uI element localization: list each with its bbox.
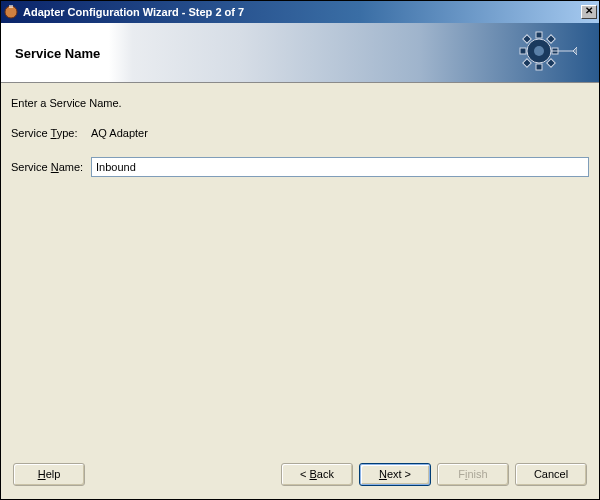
next-button[interactable]: Next > [359, 463, 431, 486]
page-title-box: Service Name [7, 29, 107, 77]
help-button[interactable]: Help [13, 463, 85, 486]
service-name-row: Service Name: [11, 157, 589, 177]
button-bar: Help < Back Next > Finish Cancel [1, 455, 599, 499]
service-type-value: AQ Adapter [91, 127, 148, 139]
svg-rect-9 [523, 59, 531, 67]
service-name-input[interactable] [91, 157, 589, 177]
cancel-button[interactable]: Cancel [515, 463, 587, 486]
back-button[interactable]: < Back [281, 463, 353, 486]
wizard-window: Adapter Configuration Wizard - Step 2 of… [0, 0, 600, 500]
app-icon [3, 4, 19, 20]
svg-rect-5 [520, 48, 526, 54]
close-icon: ✕ [585, 5, 593, 16]
svg-rect-7 [523, 35, 531, 43]
service-name-label: Service Name: [11, 161, 91, 173]
svg-point-11 [534, 46, 544, 56]
wizard-banner: Service Name [1, 23, 599, 83]
svg-rect-3 [536, 32, 542, 38]
service-type-label: Service Type: [11, 127, 91, 139]
svg-rect-1 [9, 5, 13, 8]
close-button[interactable]: ✕ [581, 5, 597, 19]
window-title: Adapter Configuration Wizard - Step 2 of… [23, 6, 581, 18]
instruction-text: Enter a Service Name. [11, 97, 589, 109]
svg-rect-4 [536, 64, 542, 70]
page-title: Service Name [15, 46, 100, 61]
service-type-row: Service Type: AQ Adapter [11, 127, 589, 139]
wizard-content: Enter a Service Name. Service Type: AQ A… [1, 83, 599, 455]
svg-rect-8 [547, 59, 555, 67]
finish-button: Finish [437, 463, 509, 486]
titlebar: Adapter Configuration Wizard - Step 2 of… [1, 1, 599, 23]
gear-icon [517, 29, 577, 79]
svg-rect-10 [547, 35, 555, 43]
